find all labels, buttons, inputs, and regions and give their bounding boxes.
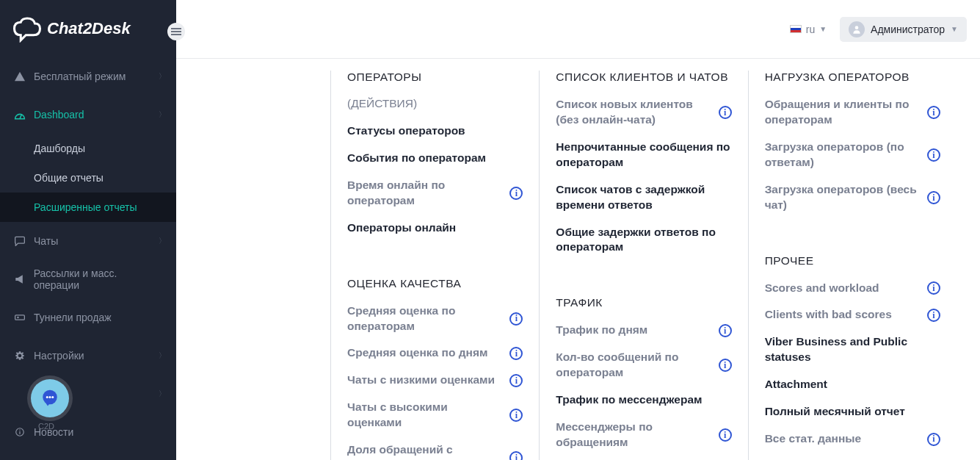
nav-label: Рассылки и масс. операции <box>34 267 163 291</box>
nav-item-0[interactable]: Бесплатный режим〉 <box>0 57 176 96</box>
chat-icon <box>13 236 26 246</box>
subnav-item-2[interactable]: Расширенные отчеты <box>0 193 176 222</box>
report-label: Обращения и клиенты по операторам <box>765 97 920 128</box>
report-link[interactable]: Средняя оценка по операторамi <box>347 303 523 334</box>
tun-icon <box>13 312 26 323</box>
chat-widget-button[interactable] <box>31 379 69 417</box>
report-label: Средняя оценка по дням <box>347 345 502 361</box>
info-icon[interactable]: i <box>719 106 732 119</box>
chevron-right-icon: 〉 <box>159 71 166 82</box>
report-link[interactable]: События по операторам <box>347 151 523 166</box>
report-link[interactable]: Viber Business and Public statuses <box>765 334 940 365</box>
report-label: Список чатов с задержкой времени ответов <box>556 182 731 213</box>
report-column-2: НАГРУЗКА ОПЕРАТОРОВОбращения и клиенты п… <box>748 71 957 460</box>
warn-icon <box>13 71 26 82</box>
report-label: Scores and workload <box>765 281 920 296</box>
report-link[interactable]: Трафик по мессенджерам <box>556 392 731 408</box>
info-icon[interactable]: i <box>927 106 940 119</box>
nav-label: Настройки <box>34 350 84 362</box>
subnav-item-0[interactable]: Дашборды <box>0 134 176 163</box>
svg-point-8 <box>49 396 51 398</box>
info-icon[interactable]: i <box>509 409 523 422</box>
report-label: Полный месячный отчет <box>765 404 940 420</box>
report-label: Средняя оценка по операторам <box>347 303 502 334</box>
logo[interactable]: Chat2Desk <box>0 0 176 57</box>
section-title: ТРАФИК <box>556 296 731 309</box>
language-switcher[interactable]: ru ▼ <box>790 24 827 35</box>
report-link[interactable]: Непрочитанные сообщения по операторам <box>556 140 731 170</box>
section-title: ОПЕРАТОРЫ <box>347 71 523 84</box>
chevron-right-icon: 〉 <box>159 236 166 246</box>
report-link[interactable]: Загрузка операторов (по ответам)i <box>765 140 940 170</box>
report-link[interactable]: Загрузка операторов (весь чат)i <box>765 182 940 213</box>
report-label: Трафик по мессенджерам <box>556 392 731 408</box>
svg-point-9 <box>51 396 54 398</box>
info-icon[interactable]: i <box>719 359 732 372</box>
nav-label: Бесплатный режим <box>34 71 126 82</box>
section-title: НАГРУЗКА ОПЕРАТОРОВ <box>765 71 940 84</box>
report-link[interactable]: Мессенджеры по обращениямi <box>556 420 731 450</box>
nav-item-3[interactable]: Рассылки и масс. операции <box>0 260 176 298</box>
nav-item-5[interactable]: Настройки〉 <box>0 337 176 375</box>
flag-ru-icon <box>790 25 802 33</box>
report-label: Чаты с высокими оценками <box>347 400 502 431</box>
chevron-down-icon: ▼ <box>951 25 958 33</box>
report-label: Операторы онлайн <box>347 220 523 236</box>
nav-item-6[interactable]: W a〉 <box>0 375 176 413</box>
logo-text: Chat2Desk <box>47 19 131 38</box>
report-link[interactable]: Список чатов с задержкой времени ответов <box>556 182 731 213</box>
info-icon[interactable]: i <box>927 281 940 295</box>
nav-label: Dashboard <box>34 109 84 121</box>
info-icon[interactable]: i <box>509 187 523 200</box>
report-label: Кол-во сообщений по операторам <box>556 350 711 381</box>
report-label: Список новых клиентов (без онлайн-чата) <box>556 97 711 128</box>
bull-icon <box>13 274 26 284</box>
report-link[interactable]: Обращения и клиенты по операторамi <box>765 97 940 128</box>
report-link[interactable]: Статусы операторов <box>347 123 523 139</box>
report-link[interactable]: Чаты с высокими оценкамиi <box>347 400 523 431</box>
report-link[interactable]: Общие задержки ответов по операторам <box>556 225 731 256</box>
info-icon[interactable]: i <box>719 324 732 337</box>
topbar: ru ▼ Администратор ▼ <box>176 0 980 59</box>
user-menu[interactable]: Администратор ▼ <box>840 17 967 42</box>
info-icon[interactable]: i <box>927 309 940 322</box>
report-link[interactable]: Средняя оценка по днямi <box>347 345 523 361</box>
report-link[interactable]: Операторы онлайн <box>347 220 523 236</box>
report-label: Чаты с низкими оценками <box>347 373 502 388</box>
info-icon[interactable]: i <box>719 428 732 442</box>
info-icon[interactable]: i <box>509 347 523 360</box>
report-link[interactable]: Полный месячный отчет <box>765 404 940 420</box>
report-label: Все стат. данные <box>765 431 920 447</box>
nav-item-7[interactable]: Новости <box>0 413 176 451</box>
chevron-down-icon: ▼ <box>819 25 827 33</box>
language-code: ru <box>806 24 815 35</box>
svg-rect-3 <box>19 431 20 434</box>
avatar-icon <box>849 21 865 37</box>
nav-item-1[interactable]: Dashboard〉 <box>0 96 176 134</box>
nav-item-2[interactable]: Чаты〉 <box>0 222 176 260</box>
user-label: Администратор <box>871 24 945 35</box>
info-icon[interactable]: i <box>927 433 940 446</box>
nav-item-4[interactable]: Туннели продаж <box>0 298 176 337</box>
info-icon[interactable]: i <box>509 312 523 326</box>
report-link[interactable]: Трафик по днямi <box>556 323 731 338</box>
info-icon[interactable]: i <box>927 191 940 204</box>
report-link[interactable]: Кол-во сообщений по операторамi <box>556 350 731 381</box>
info-icon[interactable]: i <box>927 148 940 162</box>
report-link[interactable]: Время онлайн по операторамi <box>347 178 523 209</box>
subnav-item-1[interactable]: Общие отчеты <box>0 163 176 193</box>
report-link[interactable]: Чаты с низкими оценкамиi <box>347 373 523 388</box>
report-link[interactable]: Scores and workloadi <box>765 281 940 296</box>
report-link[interactable]: Attachment <box>765 377 940 392</box>
report-label: Загрузка операторов (весь чат) <box>765 182 920 213</box>
info-icon[interactable]: i <box>509 451 523 460</box>
report-link[interactable]: Clients with bad scoresi <box>765 307 940 323</box>
sidebar: Chat2Desk Бесплатный режим〉Dashboard〉Даш… <box>0 0 176 460</box>
report-link[interactable]: Доля обращений с оценкамиi <box>347 442 523 460</box>
gear-icon <box>13 351 26 361</box>
info-icon[interactable]: i <box>509 374 523 387</box>
report-link[interactable]: Все стат. данныеi <box>765 431 940 447</box>
report-label: Общие задержки ответов по операторам <box>556 225 731 256</box>
report-link[interactable]: Список новых клиентов (без онлайн-чата)i <box>556 97 731 128</box>
nav-label: Новости <box>34 426 73 438</box>
